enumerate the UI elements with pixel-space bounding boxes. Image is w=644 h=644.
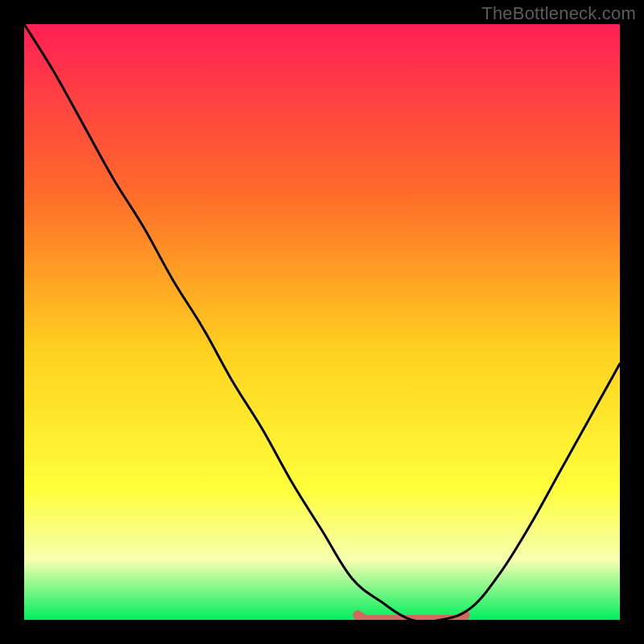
watermark-text: TheBottleneck.com bbox=[481, 3, 636, 24]
chart-frame: TheBottleneck.com bbox=[0, 0, 644, 644]
bottleneck-chart bbox=[24, 24, 620, 620]
